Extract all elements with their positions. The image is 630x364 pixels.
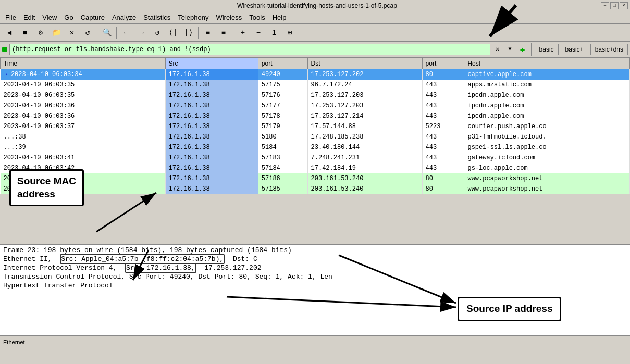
cell-dst: 203.161.53.240 — [307, 173, 422, 184]
cell-dport: 443 — [422, 90, 464, 101]
maximize-button[interactable]: □ — [610, 2, 619, 9]
cell-src: 172.16.1.38 — [165, 163, 258, 173]
cell-host: gs-loc.apple.com — [464, 163, 630, 173]
cell-dport: 443 — [422, 101, 464, 111]
window-title: Wireshark-tutorial-identifying-hosts-and… — [33, 2, 601, 9]
table-row[interactable]: 2023-04-10 06:03:41172.16.1.38571837.248… — [1, 153, 630, 163]
filter-dropdown[interactable]: ▼ — [505, 44, 515, 55]
cell-host: captive.apple.com — [464, 69, 630, 80]
cell-dst: 203.161.53.240 — [307, 184, 422, 194]
cell-host: ipcdn.apple.com — [464, 90, 630, 101]
menu-capture[interactable]: Capture — [78, 12, 108, 22]
cell-sport: 57185 — [258, 184, 307, 194]
table-row[interactable]: 2023-04-10 06:03:35172.16.1.385717617.25… — [1, 90, 630, 101]
tb-list[interactable]: ≡ — [201, 26, 215, 40]
table-row[interactable]: ...:39172.16.1.38518423.40.180.144443gsp… — [1, 142, 630, 153]
table-row[interactable]: 2023-04-10 06:03:42172.16.1.385718417.42… — [1, 163, 630, 173]
col-header-host[interactable]: Host — [464, 58, 630, 69]
tb-close[interactable]: ✕ — [65, 26, 79, 40]
close-button[interactable]: × — [620, 2, 628, 9]
table-row[interactable]: 2023-04-10 06:03:48172.16.1.3857185203.1… — [1, 184, 630, 194]
menu-analyze[interactable]: Analyze — [109, 12, 139, 22]
col-header-time[interactable]: Time — [1, 58, 166, 69]
table-row[interactable]: → 2023-04-10 06:03:34172.16.1.384924017.… — [1, 69, 630, 80]
preset-basic-plus[interactable]: basic+ — [561, 44, 588, 55]
menu-go[interactable]: Go — [61, 12, 76, 22]
tb-first[interactable]: ⟨| — [166, 26, 180, 40]
table-row[interactable]: 2023-04-10 06:03:47172.16.1.3857186203.1… — [1, 173, 630, 184]
tb-back[interactable]: ◀ — [2, 26, 17, 40]
detail-line-http: Hypertext Transfer Protocol — [2, 281, 628, 290]
window-controls[interactable]: − □ × — [601, 2, 628, 9]
cell-dport: 5223 — [422, 121, 464, 132]
preset-basic[interactable]: basic — [535, 44, 559, 55]
detail-line-tcp: Transmission Control Protocol, Src Port:… — [2, 272, 628, 281]
tb-open[interactable]: 📁 — [49, 26, 64, 40]
table-row[interactable]: 2023-04-10 06:03:35172.16.1.385717596.7.… — [1, 80, 630, 90]
table-row[interactable]: 2023-04-10 06:03:36172.16.1.385717817.25… — [1, 111, 630, 121]
detail-line-ip: Internet Protocol Version 4, Src: 172.16… — [2, 263, 628, 272]
cell-sport: 57183 — [258, 153, 307, 163]
cell-sport: 57179 — [258, 121, 307, 132]
preset-basic-dns[interactable]: basic+dns — [590, 44, 628, 55]
cell-sport: 5184 — [258, 142, 307, 153]
tb-remove[interactable]: − — [251, 26, 266, 40]
filter-indicator — [2, 47, 7, 52]
minimize-button[interactable]: − — [601, 2, 609, 9]
menu-telephony[interactable]: Telephony — [175, 12, 212, 22]
menu-statistics[interactable]: Statistics — [140, 12, 174, 22]
table-row[interactable]: 2023-04-10 06:03:37172.16.1.385717917.57… — [1, 121, 630, 132]
table-row[interactable]: 2023-04-10 06:03:36172.16.1.385717717.25… — [1, 101, 630, 111]
status-bar: Ethernet — [0, 336, 630, 347]
menu-tools[interactable]: Tools — [246, 12, 268, 22]
cell-src: 172.16.1.38 — [165, 80, 258, 90]
cell-time: 2023-04-10 06:03:36 — [1, 101, 166, 111]
menu-bar: File Edit View Go Capture Analyze Statis… — [0, 11, 630, 24]
cell-sport: 57177 — [258, 101, 307, 111]
menu-help[interactable]: Help — [269, 12, 290, 22]
packet-table-container[interactable]: Time Src port Dst port Host → 2023-04-10… — [0, 57, 630, 245]
tb-search[interactable]: 🔍 — [100, 26, 114, 40]
cell-time: 2023-04-10 06:03:37 — [1, 121, 166, 132]
tb-reload[interactable]: ↺ — [80, 26, 95, 40]
tb-prev[interactable]: ← — [119, 26, 133, 40]
cell-time: 2023-04-10 06:03:48 — [1, 184, 166, 194]
filter-clear-button[interactable]: ✕ — [492, 44, 503, 55]
filter-apply-button[interactable]: ✚ — [517, 44, 528, 55]
col-header-sport[interactable]: port — [258, 58, 307, 69]
menu-file[interactable]: File — [2, 12, 19, 22]
cell-dport: 80 — [422, 184, 464, 194]
menu-wireless[interactable]: Wireless — [213, 12, 245, 22]
tb-add[interactable]: + — [236, 26, 250, 40]
tb-grid[interactable]: ⊞ — [282, 26, 297, 40]
toolbar-sep-2 — [116, 27, 117, 39]
detail-line-frame: Frame 23: 198 bytes on wire (1584 bits),… — [2, 246, 628, 255]
table-row[interactable]: ...:38172.16.1.38518017.248.185.238443p3… — [1, 132, 630, 142]
col-header-dport[interactable]: port — [422, 58, 464, 69]
cell-dst: 17.253.127.203 — [307, 90, 422, 101]
cell-src: 172.16.1.38 — [165, 121, 258, 132]
cell-dst: 96.7.172.24 — [307, 80, 422, 90]
col-header-src[interactable]: Src — [165, 58, 258, 69]
cell-host: www.pcapworkshop.net — [464, 184, 630, 194]
tb-reload2[interactable]: ↺ — [150, 26, 165, 40]
tb-next[interactable]: → — [134, 26, 149, 40]
cell-src: 172.16.1.38 — [165, 132, 258, 142]
toolbar-sep-3 — [198, 27, 199, 39]
cell-dst: 17.248.185.238 — [307, 132, 422, 142]
tb-stop[interactable]: ■ — [18, 26, 32, 40]
cell-host: www.pcapworkshop.net — [464, 173, 630, 184]
title-bar: Wireshark-tutorial-identifying-hosts-and… — [0, 0, 630, 11]
menu-edit[interactable]: Edit — [20, 12, 38, 22]
filter-input[interactable] — [9, 44, 490, 55]
col-header-dst[interactable]: Dst — [307, 58, 422, 69]
cell-dport: 443 — [422, 80, 464, 90]
menu-view[interactable]: View — [39, 12, 60, 22]
tb-one[interactable]: 1 — [267, 26, 281, 40]
tb-settings[interactable]: ⚙ — [33, 26, 48, 40]
tb-last[interactable]: |⟩ — [181, 26, 196, 40]
cell-host: p31-fmfmobile.icloud. — [464, 132, 630, 142]
tb-list2[interactable]: ≡ — [216, 26, 231, 40]
cell-host: ipcdn.apple.com — [464, 101, 630, 111]
detail-panel: Frame 23: 198 bytes on wire (1584 bits),… — [0, 245, 630, 336]
